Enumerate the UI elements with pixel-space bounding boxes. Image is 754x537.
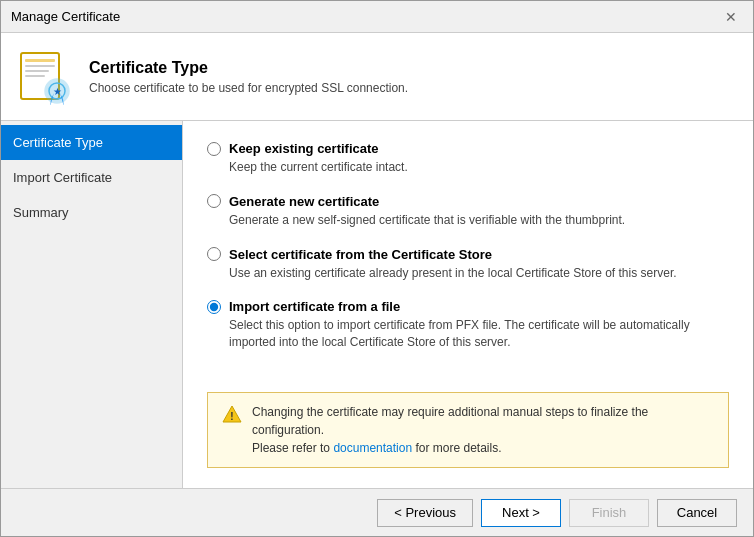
- certificate-icon: ★: [17, 49, 73, 105]
- option-import-desc: Select this option to import certificate…: [229, 317, 729, 351]
- svg-rect-3: [25, 70, 49, 72]
- next-button[interactable]: Next >: [481, 499, 561, 527]
- option-keep: Keep existing certificate Keep the curre…: [207, 141, 729, 176]
- option-store-radio[interactable]: [207, 247, 221, 261]
- close-button[interactable]: ✕: [719, 5, 743, 29]
- option-keep-desc: Keep the current certificate intact.: [229, 159, 729, 176]
- option-generate-radio[interactable]: [207, 194, 221, 208]
- option-keep-radio[interactable]: [207, 142, 221, 156]
- sidebar: Certificate Type Import Certificate Summ…: [1, 121, 183, 488]
- option-store-desc: Use an existing certificate already pres…: [229, 265, 729, 282]
- warning-icon: !: [222, 404, 242, 424]
- svg-rect-4: [25, 75, 45, 77]
- header-title: Certificate Type: [89, 59, 408, 77]
- warning-text-after: for more details.: [412, 441, 501, 455]
- option-generate: Generate new certificate Generate a new …: [207, 194, 729, 229]
- footer: < Previous Next > Finish Cancel: [1, 488, 753, 536]
- sidebar-item-summary[interactable]: Summary: [1, 195, 182, 230]
- previous-button[interactable]: < Previous: [377, 499, 473, 527]
- svg-rect-1: [25, 59, 55, 62]
- finish-button[interactable]: Finish: [569, 499, 649, 527]
- header-area: ★ Certificate Type Choose certificate to…: [1, 33, 753, 121]
- svg-text:★: ★: [53, 86, 62, 97]
- sidebar-item-certificate-type[interactable]: Certificate Type: [1, 125, 182, 160]
- window-title: Manage Certificate: [11, 9, 120, 24]
- documentation-link[interactable]: documentation: [333, 441, 412, 455]
- option-store-title: Select certificate from the Certificate …: [229, 247, 492, 262]
- option-generate-label[interactable]: Generate new certificate: [207, 194, 729, 209]
- main-content: Keep existing certificate Keep the curre…: [183, 121, 753, 488]
- option-import-radio[interactable]: [207, 300, 221, 314]
- option-import-title: Import certificate from a file: [229, 299, 400, 314]
- warning-area: ! Changing the certificate may require a…: [207, 392, 729, 468]
- option-keep-title: Keep existing certificate: [229, 141, 379, 156]
- option-store-label[interactable]: Select certificate from the Certificate …: [207, 247, 729, 262]
- option-import-label[interactable]: Import certificate from a file: [207, 299, 729, 314]
- content-area: Certificate Type Import Certificate Summ…: [1, 121, 753, 488]
- header-description: Choose certificate to be used for encryp…: [89, 81, 408, 95]
- option-import: Import certificate from a file Select th…: [207, 299, 729, 351]
- warning-text: Changing the certificate may require add…: [252, 403, 714, 457]
- option-store: Select certificate from the Certificate …: [207, 247, 729, 282]
- title-bar: Manage Certificate ✕: [1, 1, 753, 33]
- option-keep-label[interactable]: Keep existing certificate: [207, 141, 729, 156]
- svg-text:!: !: [230, 411, 233, 422]
- sidebar-item-import-certificate[interactable]: Import Certificate: [1, 160, 182, 195]
- option-generate-title: Generate new certificate: [229, 194, 379, 209]
- header-text: Certificate Type Choose certificate to b…: [89, 59, 408, 95]
- manage-certificate-window: Manage Certificate ✕ ★ Cer: [0, 0, 754, 537]
- svg-rect-2: [25, 65, 55, 67]
- option-generate-desc: Generate a new self-signed certificate t…: [229, 212, 729, 229]
- cancel-button[interactable]: Cancel: [657, 499, 737, 527]
